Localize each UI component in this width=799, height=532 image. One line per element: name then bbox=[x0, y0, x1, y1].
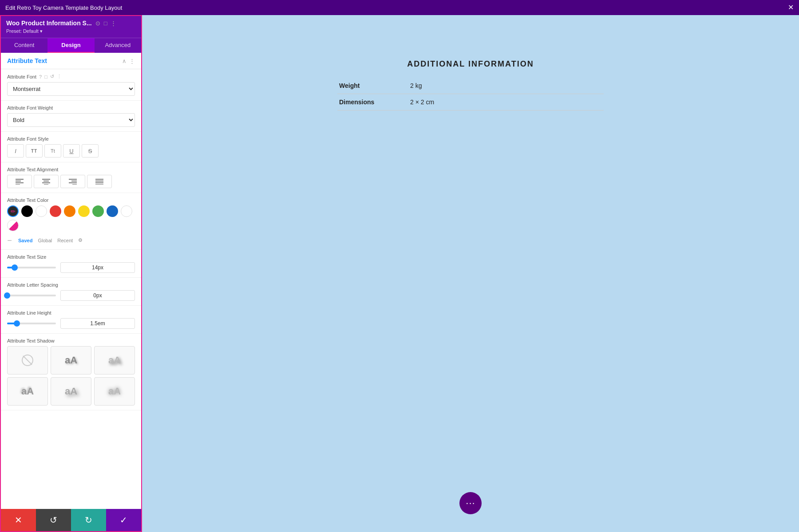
font-select[interactable]: Montserrat Arial Georgia bbox=[7, 82, 135, 96]
section-menu-icon[interactable]: ⋮ bbox=[129, 58, 135, 64]
preset-row[interactable]: Preset: Default ▾ bbox=[6, 28, 136, 34]
font-menu-icon[interactable]: ⋮ bbox=[57, 74, 62, 79]
panel-content: Attribute Text ∧ ⋮ Attribute Font ? □ ↺ … bbox=[1, 53, 141, 509]
title-bar-text: Edit Retro Toy Camera Template Body Layo… bbox=[5, 4, 122, 11]
line-height-track[interactable] bbox=[7, 323, 56, 324]
align-justify-button[interactable] bbox=[87, 175, 112, 188]
color-swatch-blue[interactable] bbox=[107, 205, 118, 217]
color-swatch-yellow[interactable] bbox=[78, 205, 90, 217]
font-help-icon[interactable]: ? bbox=[39, 74, 42, 79]
color-swatch-orange[interactable] bbox=[64, 205, 75, 217]
attribute-text-color-group: Attribute Text Color ✏ bbox=[1, 193, 141, 250]
letter-spacing-track[interactable] bbox=[7, 295, 56, 296]
panel-title-row: Woo Product Information S... ⊙ □ ⋮ bbox=[6, 20, 136, 27]
attribute-font-weight-label: Attribute Font Weight bbox=[7, 105, 135, 110]
attribute-font-label: Attribute Font ? □ ↺ ⋮ bbox=[7, 74, 135, 79]
text-size-thumb[interactable] bbox=[12, 264, 18, 271]
italic-button[interactable]: I bbox=[7, 144, 24, 158]
shadow-none[interactable] bbox=[7, 346, 48, 374]
color-swatch-white[interactable] bbox=[36, 205, 47, 217]
table-row-weight: Weight 2 kg bbox=[337, 78, 604, 94]
cancel-button[interactable]: ✕ bbox=[1, 509, 36, 531]
color-swatches: ✏ bbox=[7, 205, 135, 231]
svg-line-17 bbox=[23, 356, 32, 365]
align-left-button[interactable] bbox=[7, 175, 32, 188]
left-panel: Woo Product Information S... ⊙ □ ⋮ Prese… bbox=[0, 15, 142, 532]
align-center-button[interactable] bbox=[34, 175, 59, 188]
color-tabs: ··· Saved Global Recent ⚙ bbox=[7, 234, 135, 245]
shadow-option-4[interactable]: aA bbox=[51, 377, 91, 406]
additional-info-title: ADDITIONAL INFORMATION bbox=[337, 59, 604, 69]
tab-advanced[interactable]: Advanced bbox=[95, 38, 141, 53]
shadow-grid: aA aA aA aA aA bbox=[7, 346, 135, 406]
tab-design[interactable]: Design bbox=[47, 38, 94, 53]
font-reset-icon[interactable]: ↺ bbox=[50, 74, 54, 79]
capitalize-button[interactable]: Tt bbox=[44, 144, 61, 158]
attribute-letter-spacing-label: Attribute Letter Spacing bbox=[7, 282, 135, 288]
color-dots: ··· bbox=[7, 236, 11, 245]
attribute-text-size-label: Attribute Text Size bbox=[7, 254, 135, 260]
attribute-text-alignment-group: Attribute Text Alignment bbox=[1, 162, 141, 193]
close-button[interactable]: ✕ bbox=[788, 4, 794, 11]
attribute-text-color-label: Attribute Text Color bbox=[7, 197, 135, 203]
tab-content[interactable]: Content bbox=[1, 38, 47, 53]
attribute-font-style-group: Attribute Font Style I TT Tt U S bbox=[1, 132, 141, 162]
shadow-option-2[interactable]: aA bbox=[94, 346, 135, 374]
letter-spacing-thumb[interactable] bbox=[4, 292, 10, 299]
attribute-text-shadow-group: Attribute Text Shadow aA aA aA bbox=[1, 334, 141, 410]
shadow-option-1[interactable]: aA bbox=[51, 346, 91, 374]
color-swatch-light[interactable] bbox=[121, 205, 132, 217]
header-icon-menu[interactable]: ⋮ bbox=[111, 20, 116, 27]
collapse-icon[interactable]: ∧ bbox=[122, 58, 127, 64]
title-bar: Edit Retro Toy Camera Template Body Layo… bbox=[0, 0, 799, 15]
header-icon-settings[interactable]: ⊙ bbox=[95, 20, 100, 27]
dimensions-label: Dimensions bbox=[337, 94, 408, 110]
section-title: Attribute Text bbox=[7, 57, 47, 64]
section-header: Attribute Text ∧ ⋮ bbox=[1, 53, 141, 69]
color-swatch-edit[interactable] bbox=[7, 220, 19, 231]
attribute-font-group: Attribute Font ? □ ↺ ⋮ Montserrat Arial … bbox=[1, 69, 141, 101]
info-table: Weight 2 kg Dimensions 2 × 2 cm bbox=[337, 78, 604, 110]
panel-header: Woo Product Information S... ⊙ □ ⋮ Prese… bbox=[1, 16, 141, 38]
attribute-text-shadow-label: Attribute Text Shadow bbox=[7, 338, 135, 343]
attribute-font-weight-group: Attribute Font Weight Bold Thin Light Re… bbox=[1, 101, 141, 132]
letter-spacing-value[interactable] bbox=[60, 290, 135, 301]
float-button[interactable]: ··· bbox=[459, 492, 482, 514]
line-height-thumb[interactable] bbox=[14, 320, 20, 327]
text-size-track[interactable] bbox=[7, 267, 56, 268]
font-device-icon[interactable]: □ bbox=[44, 74, 47, 79]
save-button[interactable]: ✓ bbox=[106, 509, 141, 531]
bottom-toolbar: ✕ ↺ ↻ ✓ bbox=[1, 509, 141, 531]
text-size-value[interactable]: 14px bbox=[60, 262, 135, 273]
color-swatch-black[interactable] bbox=[21, 205, 33, 217]
table-row-dimensions: Dimensions 2 × 2 cm bbox=[337, 94, 604, 110]
undo-button[interactable]: ↺ bbox=[36, 509, 71, 531]
color-swatch-pen[interactable]: ✏ bbox=[7, 205, 19, 217]
color-settings-icon[interactable]: ⚙ bbox=[78, 237, 83, 243]
strikethrough-button[interactable]: S bbox=[82, 144, 99, 158]
dimensions-value: 2 × 2 cm bbox=[408, 94, 604, 110]
header-icon-layout[interactable]: □ bbox=[104, 20, 107, 27]
color-tab-saved[interactable]: Saved bbox=[18, 238, 32, 243]
weight-value: 2 kg bbox=[408, 78, 604, 94]
shadow-option-3[interactable]: aA bbox=[7, 377, 48, 406]
bold-tt-button[interactable]: TT bbox=[26, 144, 43, 158]
style-buttons: I TT Tt U S bbox=[7, 144, 135, 158]
attribute-text-alignment-label: Attribute Text Alignment bbox=[7, 167, 135, 172]
color-swatch-green[interactable] bbox=[92, 205, 104, 217]
align-buttons bbox=[7, 175, 135, 188]
right-canvas: ADDITIONAL INFORMATION Weight 2 kg Dimen… bbox=[142, 15, 799, 532]
text-size-slider-row: 14px bbox=[7, 262, 135, 273]
shadow-option-5[interactable]: aA bbox=[94, 377, 135, 406]
redo-button[interactable]: ↻ bbox=[71, 509, 106, 531]
underline-button[interactable]: U bbox=[63, 144, 80, 158]
main-layout: Woo Product Information S... ⊙ □ ⋮ Prese… bbox=[0, 15, 799, 532]
attribute-line-height-group: Attribute Line Height bbox=[1, 306, 141, 334]
attribute-letter-spacing-group: Attribute Letter Spacing bbox=[1, 278, 141, 306]
color-tab-global[interactable]: Global bbox=[38, 238, 52, 243]
color-tab-recent[interactable]: Recent bbox=[57, 238, 73, 243]
line-height-value[interactable] bbox=[60, 318, 135, 329]
color-swatch-red[interactable] bbox=[50, 205, 61, 217]
font-weight-select[interactable]: Bold Thin Light Regular Medium Semi Bold… bbox=[7, 113, 135, 127]
align-right-button[interactable] bbox=[60, 175, 85, 188]
